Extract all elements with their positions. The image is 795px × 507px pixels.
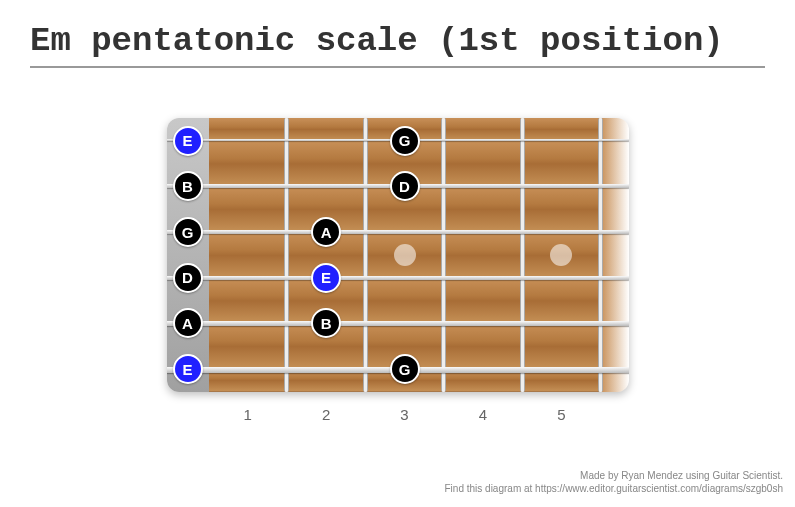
fret-wire (520, 118, 525, 392)
fret-inlay (394, 244, 416, 266)
fretboard-diagram: EGBDGADEABEG 12345 (167, 118, 629, 392)
note-dot: E (173, 126, 203, 156)
fret-wire (598, 118, 603, 392)
fretboard-fade (601, 118, 629, 392)
fret-label: 3 (395, 406, 415, 423)
fret-label: 4 (473, 406, 493, 423)
title-underline (30, 66, 765, 68)
note-dot: D (173, 263, 203, 293)
note-dot: A (311, 217, 341, 247)
attribution-line-1: Made by Ryan Mendez using Guitar Scienti… (445, 469, 783, 482)
fret-wire (284, 118, 289, 392)
fret-wire (363, 118, 368, 392)
guitar-string (167, 321, 629, 326)
note-dot: G (173, 217, 203, 247)
note-dot: D (390, 171, 420, 201)
fret-label: 5 (551, 406, 571, 423)
note-dot: B (173, 171, 203, 201)
fret-label: 2 (316, 406, 336, 423)
attribution-line-2: Find this diagram at https://www.editor.… (445, 482, 783, 495)
note-dot: A (173, 308, 203, 338)
nut (167, 118, 209, 392)
fret-label: 1 (238, 406, 258, 423)
note-dot: E (311, 263, 341, 293)
note-dot: G (390, 126, 420, 156)
page-title: Em pentatonic scale (1st position) (0, 0, 795, 66)
wood-plank (209, 278, 601, 324)
fretboard: EGBDGADEABEG (167, 118, 629, 392)
guitar-string (167, 276, 629, 280)
note-dot: G (390, 354, 420, 384)
attribution: Made by Ryan Mendez using Guitar Scienti… (445, 469, 783, 495)
fret-wire (441, 118, 446, 392)
note-dot: B (311, 308, 341, 338)
guitar-string (167, 230, 629, 234)
note-dot: E (173, 354, 203, 384)
